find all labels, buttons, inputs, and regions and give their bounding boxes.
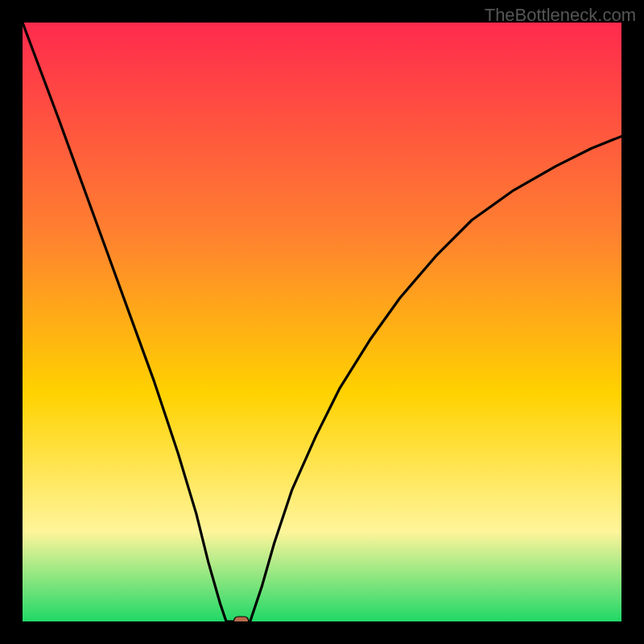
bottleneck-chart-svg	[23, 23, 621, 621]
gradient-background	[23, 23, 621, 621]
chart-frame: TheBottleneck.com	[0, 0, 644, 644]
optimal-marker	[234, 617, 249, 621]
plot-area	[23, 23, 621, 621]
